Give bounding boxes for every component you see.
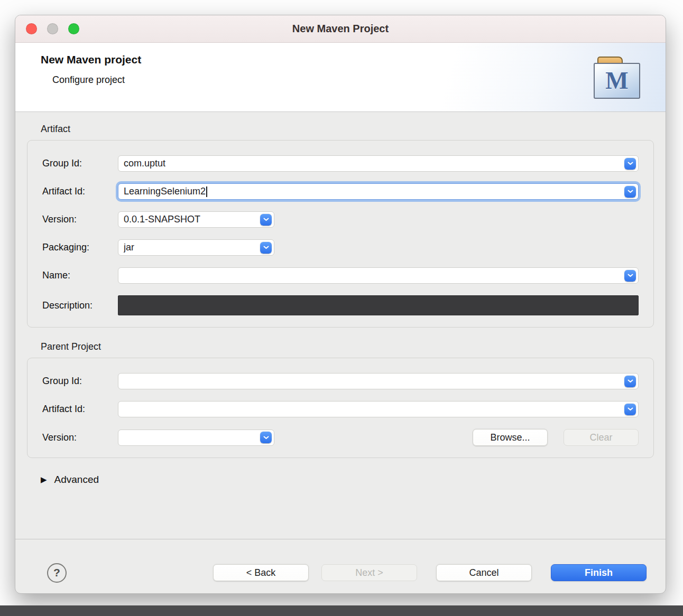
parent-version-label: Version: — [42, 432, 118, 443]
artifact-id-label: Artifact Id: — [42, 186, 118, 197]
window-title: New Maven Project — [292, 23, 389, 35]
chevron-down-icon — [627, 162, 633, 165]
packaging-label: Packaging: — [42, 242, 118, 253]
desktop-bottom-strip — [0, 605, 683, 616]
footer-buttons: < Back Next > Cancel Finish — [213, 564, 647, 581]
group-id-label: Group Id: — [42, 158, 118, 169]
parent-artifact-id-combo[interactable] — [118, 401, 639, 417]
version-combo[interactable]: 0.0.1-SNAPSHOT — [118, 211, 274, 228]
parent-artifact-id-label: Artifact Id: — [42, 404, 118, 415]
maven-folder-icon: M — [594, 57, 640, 100]
parent-project-group: Group Id: Artifact Id: Ver — [27, 358, 654, 458]
parent-version-combo[interactable] — [118, 430, 274, 446]
description-label: Description: — [42, 300, 118, 311]
group-id-value: com.uptut — [124, 158, 165, 169]
version-value: 0.0.1-SNAPSHOT — [124, 214, 200, 225]
chevron-down-icon — [263, 246, 269, 249]
description-input[interactable] — [118, 295, 639, 315]
artifact-id-dropdown-button[interactable] — [624, 186, 636, 198]
version-dropdown-button[interactable] — [260, 214, 272, 226]
chevron-down-icon — [263, 218, 269, 221]
name-dropdown-button[interactable] — [624, 270, 636, 282]
group-id-dropdown-button[interactable] — [624, 158, 636, 170]
artifact-id-combo[interactable]: LearningSelenium2 — [118, 183, 639, 200]
browse-button[interactable]: Browse... — [473, 429, 548, 446]
form-row-parent-artifact-id: Artifact Id: — [42, 401, 639, 417]
form-row-parent-group-id: Group Id: — [42, 373, 639, 389]
minimize-window-button[interactable] — [47, 23, 58, 34]
page-title: New Maven project — [41, 53, 666, 66]
parent-version-dropdown-button[interactable] — [260, 432, 272, 443]
form-row-name: Name: — [42, 267, 639, 284]
advanced-label: Advanced — [54, 474, 99, 486]
form-row-description: Description: — [42, 295, 639, 315]
new-maven-project-dialog: New Maven Project New Maven project Conf… — [15, 15, 666, 594]
version-label: Version: — [42, 214, 118, 225]
group-id-combo[interactable]: com.uptut — [118, 155, 639, 172]
cancel-button[interactable]: Cancel — [436, 564, 532, 581]
maven-letter: M — [605, 69, 628, 93]
form-row-parent-version: Version: Browse... Clear — [42, 429, 639, 446]
titlebar: New Maven Project — [15, 15, 666, 43]
chevron-down-icon — [627, 190, 633, 193]
parent-version-actions: Browse... Clear — [473, 429, 639, 446]
parent-group-id-dropdown-button[interactable] — [624, 376, 636, 387]
disclosure-triangle-icon: ▶ — [41, 475, 47, 484]
form-row-group-id: Group Id: com.uptut — [42, 155, 639, 172]
dialog-footer: ? < Back Next > Cancel Finish — [15, 539, 666, 593]
folder-body: M — [594, 63, 640, 99]
clear-button: Clear — [564, 429, 639, 446]
chevron-down-icon — [263, 436, 269, 440]
back-button[interactable]: < Back — [213, 564, 309, 581]
form-row-version: Version: 0.0.1-SNAPSHOT — [42, 211, 639, 228]
form-row-packaging: Packaging: jar — [42, 239, 639, 256]
name-label: Name: — [42, 270, 118, 281]
help-button[interactable]: ? — [47, 563, 67, 583]
name-combo[interactable] — [118, 267, 639, 284]
finish-button[interactable]: Finish — [551, 564, 647, 581]
parent-group-id-label: Group Id: — [42, 376, 118, 387]
chevron-down-icon — [627, 379, 633, 383]
dialog-body: Artifact Group Id: com.uptut Artifact Id… — [15, 112, 666, 539]
close-window-button[interactable] — [26, 23, 37, 34]
wizard-header: New Maven project Configure project M — [15, 43, 666, 112]
form-row-artifact-id: Artifact Id: LearningSelenium2 — [42, 183, 639, 200]
zoom-window-button[interactable] — [68, 23, 79, 34]
advanced-disclosure[interactable]: ▶ Advanced — [41, 474, 654, 486]
chevron-down-icon — [627, 274, 633, 277]
packaging-value: jar — [124, 242, 134, 253]
next-button: Next > — [321, 564, 417, 581]
artifact-group: Group Id: com.uptut Artifact Id: Learnin… — [27, 140, 654, 328]
artifact-section-label: Artifact — [41, 124, 654, 135]
traffic-lights — [26, 15, 79, 42]
text-caret — [206, 186, 207, 197]
artifact-id-value: LearningSelenium2 — [124, 186, 206, 197]
parent-group-id-combo[interactable] — [118, 373, 639, 389]
page-subtitle: Configure project — [52, 74, 666, 86]
packaging-dropdown-button[interactable] — [260, 242, 272, 254]
parent-artifact-id-dropdown-button[interactable] — [624, 404, 636, 415]
parent-project-section-label: Parent Project — [41, 341, 654, 352]
packaging-combo[interactable]: jar — [118, 239, 274, 256]
chevron-down-icon — [627, 407, 633, 411]
